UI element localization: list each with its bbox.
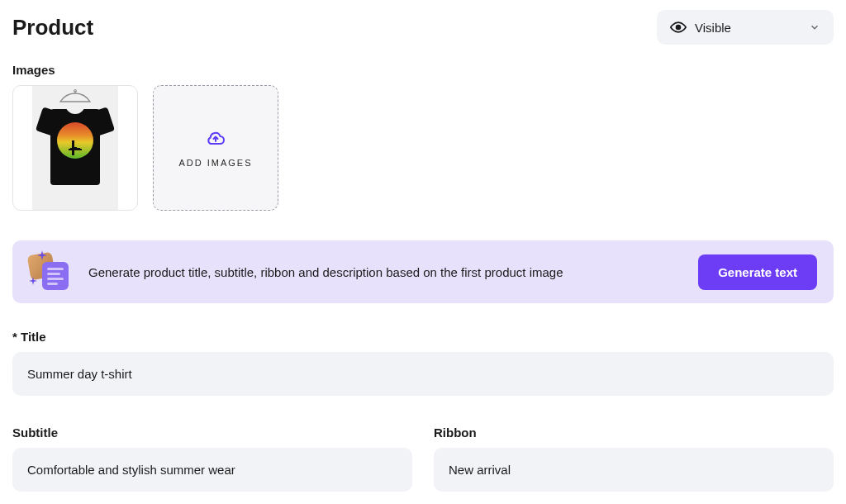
ai-illustration-icon: [29, 254, 70, 290]
subtitle-input[interactable]: [12, 448, 412, 492]
cloud-upload-icon: [206, 128, 226, 148]
ribbon-input[interactable]: [434, 448, 834, 492]
svg-point-0: [677, 26, 681, 30]
tshirt-graphic: [40, 102, 110, 185]
subtitle-field-label: Subtitle: [12, 426, 412, 440]
title-field-label: * Title: [12, 330, 834, 344]
add-images-label: ADD IMAGES: [178, 158, 252, 168]
sparkle-icon: [37, 250, 47, 260]
product-image-thumbnail[interactable]: [12, 85, 138, 211]
chevron-down-icon: [809, 21, 820, 33]
visibility-label: Visible: [695, 21, 731, 35]
add-images-button[interactable]: ADD IMAGES: [153, 85, 278, 211]
generate-text-button[interactable]: Generate text: [698, 254, 817, 290]
visibility-select[interactable]: Visible: [657, 10, 834, 45]
title-input[interactable]: [12, 352, 834, 396]
sparkle-icon: [29, 277, 37, 285]
eye-icon: [670, 19, 687, 36]
images-row: ADD IMAGES: [12, 85, 834, 211]
ai-generate-banner: Generate product title, subtitle, ribbon…: [12, 240, 834, 303]
images-section-label: Images: [12, 63, 834, 77]
ribbon-field-label: Ribbon: [434, 426, 834, 440]
ai-banner-text: Generate product title, subtitle, ribbon…: [88, 265, 563, 279]
hanger-icon: [59, 89, 92, 102]
page-title: Product: [12, 15, 93, 40]
